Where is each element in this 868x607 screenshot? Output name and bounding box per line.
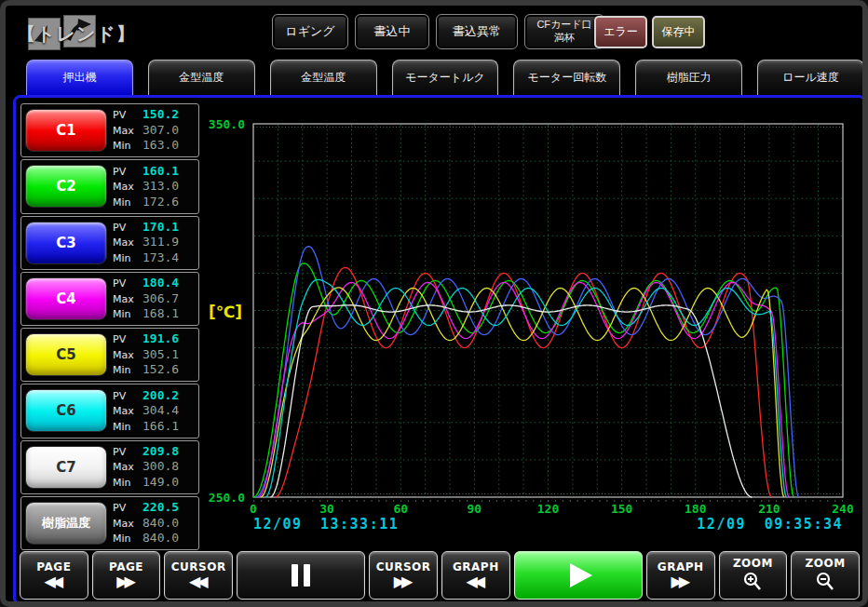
pv-value: 160.1	[142, 164, 179, 179]
max-value: 307.0	[142, 123, 179, 138]
svg-text:[℃]: [℃]	[209, 303, 242, 321]
play-button[interactable]	[514, 551, 643, 600]
logging-button[interactable]: ロギング	[272, 14, 348, 49]
max-label: Max	[113, 348, 142, 363]
rewind-icon: ◀◀	[467, 574, 486, 590]
cursor-forward-button[interactable]: CURSOR ▶▶	[369, 551, 438, 600]
tab-extruder[interactable]: 押出機	[26, 60, 133, 95]
error-status-lamp[interactable]: エラー	[594, 16, 647, 48]
min-value: 168.1	[142, 306, 179, 321]
channel-c1-button[interactable]: C1	[25, 109, 107, 152]
channel-c7-button[interactable]: C7	[25, 446, 107, 489]
channel-c3-button[interactable]: C3	[25, 222, 107, 264]
max-label: Max	[113, 180, 142, 195]
min-label: Min	[113, 363, 142, 378]
svg-text:250.0: 250.0	[209, 491, 245, 505]
channel-item-c7: C7 PV209.8 Max300.8 Min149.0	[20, 440, 199, 494]
channel-c4-button[interactable]: C4	[25, 277, 107, 320]
write-error-button[interactable]: 書込異常	[436, 14, 518, 49]
min-value: 163.0	[142, 138, 179, 153]
fast-forward-icon: ▶▶	[116, 574, 136, 590]
page-title: 【トレンド】	[17, 21, 136, 47]
svg-text:12/09: 12/09	[253, 516, 303, 533]
svg-text:30: 30	[319, 502, 334, 516]
graph-back-button[interactable]: GRAPH ◀◀	[441, 551, 510, 600]
pv-label: PV	[113, 108, 142, 123]
graph-forward-button[interactable]: GRAPH ▶▶	[646, 551, 715, 600]
pv-value: 209.8	[142, 444, 179, 459]
channel-item-c3: C3 PV170.1 Max311.9 Min173.4	[20, 216, 199, 270]
svg-text:09:35:34: 09:35:34	[765, 516, 843, 533]
header-bar: 【トレンド】 ロギング 書込中 書込異常 CFカード口 満杯 エラー 保存中	[6, 6, 862, 58]
pv-label: PV	[113, 221, 142, 236]
header-buttons: ロギング 書込中 書込異常 CFカード口 満杯	[272, 14, 604, 49]
channel-item-c1: C1 PV150.2 Max307.0 Min163.0	[20, 103, 199, 157]
cursor-back-button[interactable]: CURSOR ◀◀	[164, 551, 233, 600]
rewind-icon: ◀◀	[189, 574, 209, 590]
min-value: 149.0	[142, 475, 179, 490]
cf-card-full-button[interactable]: CFカード口 満杯	[524, 14, 604, 49]
zoom-in-icon	[741, 571, 764, 593]
min-value: 840.0	[142, 531, 179, 546]
max-value: 304.4	[142, 403, 179, 418]
writing-button[interactable]: 書込中	[355, 14, 429, 49]
pv-value: 220.5	[142, 500, 179, 515]
channel-list: C1 PV150.2 Max307.0 Min163.0 C2 PV160.1 …	[20, 103, 199, 550]
zoom-out-button[interactable]: ZOOM	[791, 551, 860, 600]
max-label: Max	[113, 517, 142, 532]
pause-button[interactable]	[237, 551, 365, 600]
page-back-button[interactable]: PAGE ◀◀	[20, 551, 88, 600]
zoom-out-icon	[814, 571, 836, 593]
zoom-in-button[interactable]: ZOOM	[719, 551, 788, 600]
status-lamps: エラー 保存中	[594, 16, 705, 48]
pv-value: 150.2	[142, 107, 179, 122]
pv-label: PV	[113, 165, 142, 180]
max-value: 300.8	[142, 459, 179, 474]
channel-c2-button[interactable]: C2	[25, 165, 107, 208]
pv-label: PV	[113, 332, 142, 347]
svg-text:150: 150	[611, 502, 633, 516]
min-label: Min	[113, 139, 142, 154]
channel-item-c5: C5 PV191.6 Max305.1 Min152.6	[20, 328, 199, 382]
pv-label: PV	[113, 445, 142, 460]
min-label: Min	[113, 420, 142, 435]
svg-text:180: 180	[685, 502, 707, 516]
channel-item-c6: C6 PV200.2 Max304.4 Min166.1	[20, 384, 199, 438]
min-label: Min	[113, 532, 142, 546]
pv-value: 180.4	[142, 276, 179, 290]
min-value: 172.6	[142, 195, 179, 209]
max-label: Max	[113, 236, 142, 250]
tab-mold-temp-1[interactable]: 金型温度	[148, 60, 255, 95]
channel-c5-button[interactable]: C5	[25, 333, 107, 376]
min-value: 152.6	[142, 362, 179, 377]
channel-c6-button[interactable]: C6	[25, 389, 107, 432]
hmi-window: 【トレンド】 ロギング 書込中 書込異常 CFカード口 満杯 エラー 保存中	[0, 0, 868, 607]
tab-mold-temp-2[interactable]: 金型温度	[270, 60, 377, 95]
svg-text:210: 210	[758, 502, 780, 516]
rewind-icon: ◀◀	[45, 574, 64, 590]
tab-roll-speed[interactable]: ロール速度	[757, 60, 864, 95]
channel-resin-temp-button[interactable]: 樹脂温度	[25, 502, 107, 545]
svg-text:90: 90	[468, 502, 482, 516]
tab-motor-torque[interactable]: モータートルク	[392, 60, 499, 95]
pv-value: 191.6	[142, 331, 179, 346]
svg-text:0: 0	[250, 502, 257, 516]
max-value: 313.0	[142, 179, 179, 194]
channel-item-resin-temp: 樹脂温度 PV220.5 Max840.0 Min840.0	[20, 496, 199, 550]
min-value: 166.1	[142, 419, 179, 434]
tab-bar: 押出機 金型温度 金型温度 モータートルク モーター回転数 樹脂圧力 ロール速度	[26, 60, 864, 95]
min-value: 173.4	[142, 250, 179, 265]
pv-value: 170.1	[142, 220, 179, 235]
play-icon	[570, 563, 592, 587]
toolbar: PAGE ◀◀ PAGE ▶▶ CURSOR ◀◀ CURSOR ▶▶ GRAP…	[20, 551, 860, 600]
max-value: 840.0	[142, 516, 179, 531]
tab-motor-speed[interactable]: モーター回転数	[513, 60, 620, 95]
page-forward-button[interactable]: PAGE ▶▶	[92, 551, 161, 600]
tab-resin-pressure[interactable]: 樹脂圧力	[635, 60, 742, 95]
pv-label: PV	[113, 277, 142, 291]
max-value: 305.1	[142, 347, 179, 362]
fast-forward-icon: ▶▶	[671, 574, 690, 590]
svg-text:240: 240	[832, 502, 854, 516]
saving-status-lamp[interactable]: 保存中	[652, 16, 705, 48]
svg-text:13:33:11: 13:33:11	[320, 516, 399, 533]
